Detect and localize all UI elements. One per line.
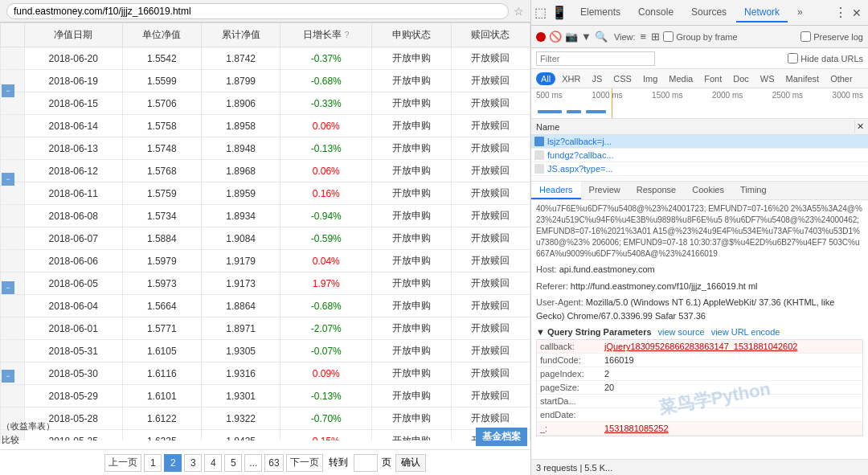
search-icon[interactable]: 🔍 [595,31,608,43]
type-doc-button[interactable]: Doc [728,72,754,85]
param-pagesize-val: 20 [604,383,614,392]
view-source-link[interactable]: view source [658,327,705,337]
close-name-col-button[interactable]: ✕ [855,120,868,133]
param-underscore: _: 1531881085252 [537,422,862,436]
row-sell-12: 开放赎回 [451,317,530,340]
tab-more[interactable]: » [789,3,811,23]
group-by-frame-label[interactable]: Group by frame [663,31,737,42]
type-other-button[interactable]: Other [825,72,858,85]
network-row-2[interactable]: JS.aspx?type=... [531,162,868,176]
toggle-section-2[interactable]: － [2,173,14,186]
row-rate-9: 0.04% [280,250,372,272]
row-unit-11: 1.5664 [122,295,201,317]
network-row-0[interactable]: lsjz?callback=j... [531,135,868,149]
table-row-6: 2018-06-111.57591.89590.16%开放申购开放赎回 [1,182,530,205]
hide-data-urls-label[interactable]: Hide data URLs [788,53,863,63]
filter-input[interactable] [536,51,655,66]
detail-tab-preview[interactable]: Preview [581,182,628,199]
detail-tab-cookies[interactable]: Cookies [684,182,732,199]
view-grid-icon[interactable]: ⊞ [651,31,660,43]
view-url-encode-link[interactable]: view URL encode [711,327,780,337]
fund-archive-button[interactable]: 基金档案 [476,428,527,446]
type-all-button[interactable]: All [536,72,555,85]
devtools-settings-icon[interactable]: ⋮ [834,5,847,20]
timeline-label-2500: 2500 ms [772,91,803,100]
table-row-14: 2018-05-301.61161.93160.09%开放申购开放赎回 [1,362,530,385]
row-unit-0: 1.5542 [122,47,201,70]
param-startdate: startDa... [537,395,862,408]
row-buy-4: 开放申购 [372,137,451,160]
record-button[interactable] [536,32,546,42]
row-date-9: 2018-06-06 [25,250,123,272]
type-xhr-button[interactable]: XHR [557,72,585,85]
type-css-button[interactable]: CSS [608,72,637,85]
toggle-section-1[interactable]: － [2,84,14,97]
row-buy-7: 开放申购 [372,205,451,227]
filter-bar: Hide data URLs [531,48,868,69]
hide-data-urls-checkbox[interactable] [788,53,798,63]
devtools-inspect-icon[interactable]: ⬚ [534,5,547,20]
url-input[interactable] [6,3,509,19]
camera-icon[interactable]: 📷 [565,31,578,43]
clear-icon[interactable]: 🚫 [549,31,562,43]
row-accum-5: 1.8968 [201,160,280,182]
view-list-icon[interactable]: ≡ [641,31,647,43]
devtools-close-icon[interactable]: ✕ [849,6,865,19]
host-row: Host: api.fund.eastmoney.com [536,263,863,276]
row-unit-1: 1.5599 [122,70,201,92]
tab-network[interactable]: Network [736,3,788,23]
detail-tab-headers[interactable]: Headers [531,182,581,199]
referer-key: Referer: [536,281,571,291]
tab-console[interactable]: Console [630,3,682,23]
toggle-section-3[interactable]: － [2,281,14,294]
row-sell-14: 开放赎回 [451,362,530,385]
bookmark-icon[interactable]: ☆ [514,5,524,18]
table-row-12: 2018-06-011.57711.8971-2.07%开放申购开放赎回 [1,317,530,340]
group-by-frame-checkbox[interactable] [663,31,674,42]
detail-tab-response[interactable]: Response [628,182,685,199]
type-ws-button[interactable]: WS [755,72,780,85]
param-pageindex-val: 2 [604,369,609,379]
filter-icon[interactable]: ▼ [581,31,592,43]
table-row-8: 2018-06-071.58841.9084-0.59%开放申购开放赎回 [1,227,530,250]
type-media-button[interactable]: Media [664,72,698,85]
tab-elements[interactable]: Elements [572,3,628,23]
page-1-button[interactable]: 1 [144,454,162,472]
timeline-marker [612,88,612,118]
preserve-log-label[interactable]: Preserve log [800,31,863,42]
table-row-3: 2018-06-141.57581.89580.06%开放申购开放赎回 [1,115,530,137]
page-5-button[interactable]: 5 [224,454,242,472]
type-img-button[interactable]: Img [638,72,662,85]
row-date-2: 2018-06-15 [25,92,123,115]
page-2-button[interactable]: 2 [164,454,182,472]
detail-content: 40%u7F6E%u6DF7%u5408@%23%24001723; EMFUN… [531,200,868,459]
prev-page-button[interactable]: 上一页 [104,454,141,472]
type-manifest-button[interactable]: Manifest [781,72,825,85]
tab-sources[interactable]: Sources [683,3,735,23]
toggle-section-4[interactable]: － [2,370,14,383]
row-unit-3: 1.5758 [122,115,201,137]
user-agent-row: User-Agent: Mozilla/5.0 (Windows NT 6.1)… [536,296,863,322]
row-rate-13: -0.07% [280,340,372,362]
type-font-button[interactable]: Font [699,72,727,85]
bottom-left-labels: （收益率表） 比较 [2,420,55,446]
detail-tab-timing[interactable]: Timing [732,182,775,199]
goto-page-input[interactable] [354,454,378,472]
row-toggle-4 [1,137,25,160]
network-row-1[interactable]: fundgz?callbac... [531,149,868,162]
row-accum-17: 1.9435 [201,430,280,441]
devtools-mobile-icon[interactable]: 📱 [551,5,567,20]
preserve-log-checkbox[interactable] [800,31,811,42]
row-unit-5: 1.5768 [122,160,201,182]
row-accum-0: 1.8742 [201,47,280,70]
info-icon: ? [345,31,350,39]
type-js-button[interactable]: JS [587,72,607,85]
confirm-goto-button[interactable]: 确认 [395,454,426,472]
next-page-button[interactable]: 下一页 [286,454,323,472]
type-filters-bar: All XHR JS CSS Img Media Font Doc WS Man… [531,69,868,88]
page-last-button[interactable]: 63 [264,454,283,472]
page-4-button[interactable]: 4 [204,454,222,472]
page-ellipsis[interactable]: ... [244,454,262,472]
row-unit-4: 1.5748 [122,137,201,160]
page-3-button[interactable]: 3 [184,454,202,472]
